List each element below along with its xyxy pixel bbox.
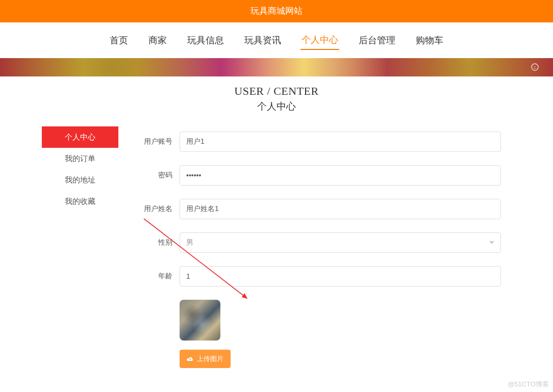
avatar-image [180,300,220,341]
label-gender: 性别 [139,238,180,247]
page-body: USER / CENTER 个人中心 个人中心 我的订单 我的地址 我的收藏 用… [42,76,511,368]
select-gender[interactable]: 男 [180,232,501,253]
label-age: 年龄 [139,272,180,281]
row-avatar [139,300,501,341]
row-password: 密码 [139,165,501,186]
row-realname: 用户姓名 [139,199,501,219]
main-nav: 首页 商家 玩具信息 玩具资讯 个人中心 后台管理 购物车 [0,22,553,58]
row-age: 年龄 [139,266,501,286]
content-wrap: 个人中心 我的订单 我的地址 我的收藏 用户账号 密码 用户姓名 性别 男 [42,126,511,368]
chevron-down-icon [489,241,494,247]
sidebar-item-orders[interactable]: 我的订单 [42,148,118,169]
nav-admin[interactable]: 后台管理 [358,31,396,49]
input-age[interactable] [180,266,501,286]
input-username[interactable] [180,132,501,152]
row-gender: 性别 男 [139,232,501,253]
banner-watermark-icon: c [531,63,539,71]
page-title-cn: 个人中心 [42,100,511,113]
label-username: 用户账号 [139,137,180,146]
sidebar-item-favorites[interactable]: 我的收藏 [42,191,118,212]
upload-button[interactable]: 上传图片 [180,350,231,368]
site-title: 玩具商城网站 [250,6,303,16]
banner-image: c [0,58,553,76]
sidebar-item-profile[interactable]: 个人中心 [42,126,118,148]
row-username: 用户账号 [139,132,501,152]
nav-user-center[interactable]: 个人中心 [300,31,339,50]
nav-toy-info[interactable]: 玩具信息 [186,31,225,49]
page-title-en: USER / CENTER [42,85,511,98]
nav-cart[interactable]: 购物车 [415,31,444,49]
sidebar: 个人中心 我的订单 我的地址 我的收藏 [42,126,118,368]
input-password[interactable] [180,165,501,186]
profile-form: 用户账号 密码 用户姓名 性别 男 年龄 [118,126,511,368]
sidebar-item-address[interactable]: 我的地址 [42,169,118,191]
upload-button-label: 上传图片 [197,354,223,363]
cloud-upload-icon [187,356,194,361]
nav-home[interactable]: 首页 [109,31,129,49]
site-header: 玩具商城网站 [0,0,553,22]
input-realname[interactable] [180,199,501,219]
select-gender-value: 男 [186,238,193,247]
nav-toy-news[interactable]: 玩具资讯 [243,31,282,49]
label-realname: 用户姓名 [139,204,180,214]
nav-merchant[interactable]: 商家 [147,31,168,49]
label-password: 密码 [139,171,180,180]
